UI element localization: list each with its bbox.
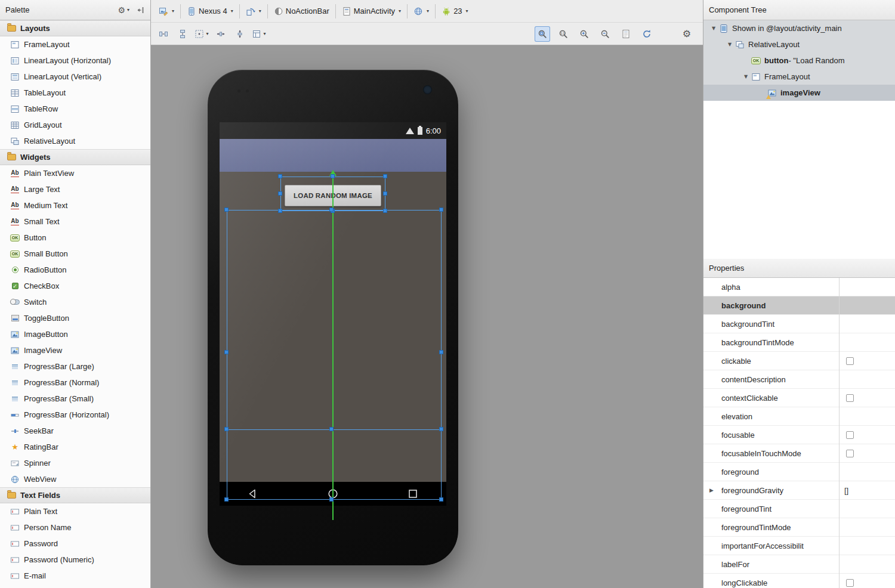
property-row-background[interactable]: background [703, 296, 895, 315]
tree-item-shown-in-layout-activity-main[interactable]: ▼Shown in @layout/activity_main [703, 20, 895, 36]
layout-content-area[interactable]: LOAD RANDOM IMAGE [220, 172, 446, 482]
palette-item-plain-text[interactable]: Plain Text [0, 503, 150, 519]
design-surface-selector[interactable]: ▾ [156, 4, 177, 19]
palette-item-progressbar-small[interactable]: ProgressBar (Small) [0, 391, 150, 407]
property-row-clickable[interactable]: clickable [703, 352, 895, 370]
property-row-contextclickable[interactable]: contextClickable [703, 389, 895, 407]
palette-item-tablerow[interactable]: TableRow [0, 101, 150, 117]
palette-item-progressbar-horizontal[interactable]: ProgressBar (Horizontal) [0, 407, 150, 423]
layout-options-button[interactable]: ▾ [251, 26, 267, 42]
palette-item-small-button[interactable]: OKSmall Button [0, 246, 150, 262]
palette-item-switch[interactable]: Switch [0, 294, 150, 310]
property-row-foreground[interactable]: foreground [703, 463, 895, 481]
preview-xml-button[interactable] [618, 26, 634, 42]
palette-section-text-fields[interactable]: Text Fields [0, 487, 150, 503]
palette-settings-button[interactable]: ⚙▾ [118, 6, 129, 14]
palette-item-linearlayout-vertical[interactable]: LinearLayout (Vertical) [0, 69, 150, 85]
property-row-foregroundgravity[interactable]: ▶foregroundGravity[] [703, 481, 895, 500]
checkbox[interactable] [846, 357, 854, 365]
palette-item-imageview[interactable]: ImageView [0, 342, 150, 358]
expand-arrow-icon[interactable]: ▼ [724, 42, 735, 47]
palette-item-checkbox[interactable]: ✓CheckBox [0, 278, 150, 294]
property-row-alpha[interactable]: alpha [703, 278, 895, 296]
orientation-selector[interactable]: ▾ [243, 4, 264, 19]
property-value[interactable]: [] [839, 486, 895, 495]
design-canvas[interactable]: 6:00 LOAD RANDOM IMAGE [151, 45, 703, 588]
property-value[interactable] [839, 431, 895, 439]
tree-item-imageview[interactable]: imageView [703, 85, 895, 101]
palette-item-radiobutton[interactable]: RadioButton [0, 262, 150, 278]
palette-item-medium-text[interactable]: AbMedium Text [0, 197, 150, 213]
palette-item-password-numeric[interactable]: Password (Numeric) [0, 552, 150, 568]
activity-selector[interactable]: MainActivity▾ [339, 4, 404, 19]
locale-selector[interactable]: ▾ [411, 4, 432, 19]
palette-section-layouts[interactable]: Layouts [0, 20, 150, 36]
refresh-button[interactable] [639, 26, 655, 42]
palette-item-framelayout[interactable]: FrameLayout [0, 36, 150, 52]
zoom-out-button[interactable] [597, 26, 613, 42]
palette-item-ratingbar[interactable]: ★RatingBar [0, 439, 150, 455]
checkbox[interactable] [846, 394, 854, 402]
checkbox[interactable] [846, 450, 854, 457]
property-row-backgroundtint[interactable]: backgroundTint [703, 315, 895, 333]
palette-section-widgets[interactable]: Widgets [0, 149, 150, 165]
palette-item-spinner[interactable]: Spinner [0, 455, 150, 471]
property-row-focusableintouchmode[interactable]: focusableInTouchMode [703, 444, 895, 463]
property-row-foregroundtintmode[interactable]: foregroundTintMode [703, 518, 895, 537]
spread-vertical-button[interactable] [175, 26, 190, 42]
large-text-icon: Ab [10, 185, 20, 194]
property-row-labelfor[interactable]: labelFor [703, 555, 895, 574]
palette-item-progressbar-normal[interactable]: ProgressBar (Normal) [0, 375, 150, 391]
zoom-in-button[interactable] [576, 26, 592, 42]
palette-item-large-text[interactable]: AbLarge Text [0, 181, 150, 197]
api-level-selector[interactable]: 23▾ [439, 4, 471, 19]
zoom-fit-button[interactable] [535, 26, 550, 42]
dock-panel-button[interactable] [135, 5, 145, 15]
palette-item-e-mail[interactable]: E-mail [0, 568, 150, 584]
expand-arrow-icon[interactable]: ▶ [709, 487, 714, 493]
tree-item-relativelayout[interactable]: ▼RelativeLayout [703, 36, 895, 52]
property-row-focusable[interactable]: focusable [703, 426, 895, 444]
property-row-importantforaccessibilit[interactable]: importantForAccessibilit [703, 537, 895, 555]
palette-item-plain-textview[interactable]: AbPlain TextView [0, 165, 150, 181]
palette-item-imagebutton[interactable]: ImageButton [0, 326, 150, 342]
device-selector[interactable]: Nexus 4▾ [184, 4, 236, 19]
property-value[interactable] [839, 450, 895, 457]
palette-item-relativelayout[interactable]: RelativeLayout [0, 133, 150, 149]
property-value[interactable] [839, 357, 895, 365]
device-screen[interactable]: 6:00 LOAD RANDOM IMAGE [220, 122, 446, 506]
palette-item-person-name[interactable]: Person Name [0, 519, 150, 536]
palette-item-button[interactable]: OKButton [0, 230, 150, 246]
palette-item-linearlayout-horizontal[interactable]: LinearLayout (Horizontal) [0, 52, 150, 69]
distribute-vertical-button[interactable] [232, 26, 248, 42]
palette-item-webview[interactable]: WebView [0, 471, 150, 487]
spread-horizontal-button[interactable] [156, 26, 171, 42]
checkbox[interactable] [846, 579, 854, 587]
palette-item-togglebutton[interactable]: ToggleButton [0, 310, 150, 326]
property-row-longclickable[interactable]: longClickable [703, 574, 895, 588]
tree-item-button[interactable]: OKbutton - "Load Random [703, 52, 895, 69]
theme-selector[interactable]: NoActionBar [271, 4, 332, 19]
palette-item-progressbar-large[interactable]: ProgressBar (Large) [0, 358, 150, 375]
property-row-contentdescription[interactable]: contentDescription [703, 370, 895, 389]
property-value[interactable] [839, 579, 895, 587]
palette-item-seekbar[interactable]: SeekBar [0, 423, 150, 439]
checkbox[interactable] [846, 431, 854, 439]
property-row-elevation[interactable]: elevation [703, 407, 895, 426]
expand-arrow-icon[interactable]: ▼ [740, 74, 751, 79]
palette-item-small-text[interactable]: AbSmall Text [0, 213, 150, 230]
distribute-horizontal-button[interactable] [213, 26, 229, 42]
load-random-image-button[interactable]: LOAD RANDOM IMAGE [285, 185, 381, 206]
tree-item-framelayout[interactable]: ▼FrameLayout [703, 69, 895, 85]
editor-settings-button[interactable]: ⚙ [679, 26, 695, 42]
grid-options-button[interactable]: ▾ [194, 26, 209, 42]
property-row-foregroundtint[interactable]: foregroundTint [703, 500, 895, 518]
property-value[interactable] [839, 394, 895, 402]
palette-item-password[interactable]: Password [0, 536, 150, 552]
property-row-backgroundtintmode[interactable]: backgroundTintMode [703, 333, 895, 352]
palette-item-tablelayout[interactable]: TableLayout [0, 85, 150, 101]
palette-item-gridlayout[interactable]: GridLayout [0, 117, 150, 133]
expand-arrow-icon[interactable]: ▼ [708, 26, 719, 31]
zoom-actual-button[interactable]: 1:1 [555, 26, 571, 42]
properties-header: Properties [703, 259, 895, 278]
